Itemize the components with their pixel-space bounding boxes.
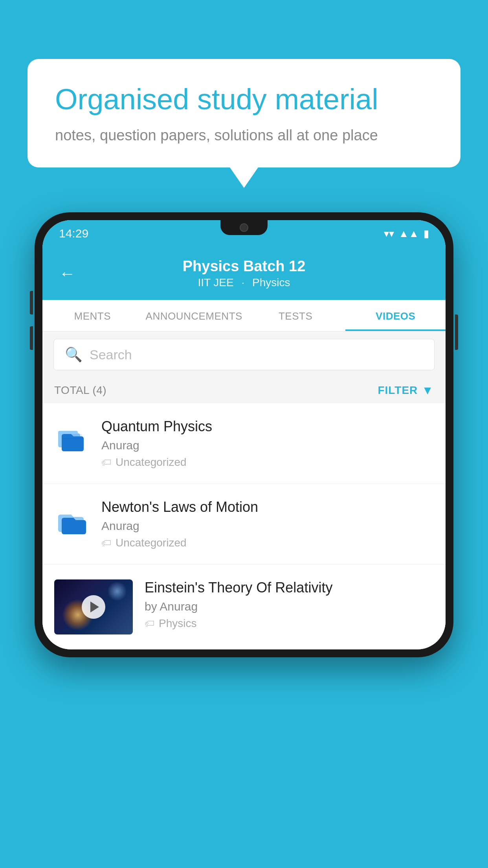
header-center: Physics Batch 12 IIT JEE · Physics bbox=[183, 258, 306, 289]
wifi-icon: ▾▾ bbox=[384, 228, 394, 240]
header-subtitle-separator: · bbox=[242, 276, 248, 289]
tag-icon-3: 🏷 bbox=[145, 618, 155, 630]
video-title-1: Quantum Physics bbox=[101, 418, 434, 435]
filter-button[interactable]: FILTER ▼ bbox=[378, 384, 434, 397]
tab-announcements[interactable]: ANNOUNCEMENTS bbox=[143, 300, 246, 331]
tag-label-3: Physics bbox=[159, 617, 196, 630]
app-header: ← Physics Batch 12 IIT JEE · Physics bbox=[42, 247, 446, 300]
power-button bbox=[455, 314, 458, 350]
tab-tests[interactable]: TESTS bbox=[246, 300, 346, 331]
tab-videos[interactable]: VIDEOS bbox=[345, 300, 446, 331]
signal-icon: ▲▲ bbox=[399, 228, 419, 240]
video-info-1: Quantum Physics Anurag 🏷 Uncategorized bbox=[101, 418, 434, 469]
video-info-3: Einstein's Theory Of Relativity by Anura… bbox=[145, 579, 434, 630]
status-icons: ▾▾ ▲▲ ▮ bbox=[384, 228, 429, 240]
phone-notch bbox=[220, 220, 268, 235]
search-icon: 🔍 bbox=[65, 346, 83, 363]
header-title: Physics Batch 12 bbox=[183, 258, 306, 275]
play-button[interactable] bbox=[82, 595, 105, 619]
search-bar-wrapper: 🔍 Search bbox=[42, 332, 446, 377]
back-button[interactable]: ← bbox=[59, 264, 75, 283]
video-author-3: by Anurag bbox=[145, 600, 434, 613]
bubble-subtitle: notes, question papers, solutions all at… bbox=[55, 127, 433, 144]
list-item[interactable]: Newton's Laws of Motion Anurag 🏷 Uncateg… bbox=[42, 484, 446, 565]
phone-frame: 14:29 ▾▾ ▲▲ ▮ ← Physics Batch 12 IIT JEE… bbox=[35, 212, 453, 657]
front-camera bbox=[240, 223, 248, 232]
tag-icon-1: 🏷 bbox=[101, 456, 112, 469]
video-thumbnail-3 bbox=[54, 579, 133, 634]
status-time: 14:29 bbox=[59, 227, 88, 240]
search-bar[interactable]: 🔍 Search bbox=[53, 339, 435, 370]
list-item[interactable]: Einstein's Theory Of Relativity by Anura… bbox=[42, 565, 446, 649]
speech-bubble: Organised study material notes, question… bbox=[28, 59, 460, 167]
folder-icon-2 bbox=[54, 499, 90, 538]
video-author-2: Anurag bbox=[101, 519, 434, 533]
header-subtitle-physics: Physics bbox=[252, 276, 290, 289]
volume-up-button bbox=[30, 291, 33, 314]
video-title-2: Newton's Laws of Motion bbox=[101, 499, 434, 515]
total-label: TOTAL (4) bbox=[54, 384, 106, 397]
battery-icon: ▮ bbox=[424, 228, 429, 240]
tabs-bar: MENTS ANNOUNCEMENTS TESTS VIDEOS bbox=[42, 300, 446, 332]
video-title-3: Einstein's Theory Of Relativity bbox=[145, 579, 434, 596]
filter-label: FILTER bbox=[378, 384, 418, 397]
total-row: TOTAL (4) FILTER ▼ bbox=[42, 377, 446, 403]
list-item[interactable]: Quantum Physics Anurag 🏷 Uncategorized bbox=[42, 403, 446, 484]
tag-label-1: Uncategorized bbox=[116, 456, 187, 469]
filter-icon: ▼ bbox=[422, 384, 434, 397]
folder-icon-1 bbox=[54, 418, 90, 458]
volume-down-button bbox=[30, 326, 33, 350]
video-info-2: Newton's Laws of Motion Anurag 🏷 Uncateg… bbox=[101, 499, 434, 549]
bubble-title: Organised study material bbox=[55, 83, 433, 116]
tab-ments[interactable]: MENTS bbox=[42, 300, 143, 331]
phone-screen: 14:29 ▾▾ ▲▲ ▮ ← Physics Batch 12 IIT JEE… bbox=[42, 220, 446, 649]
content-area: Quantum Physics Anurag 🏷 Uncategorized bbox=[42, 403, 446, 649]
search-placeholder: Search bbox=[90, 347, 132, 362]
thumb-overlay bbox=[54, 579, 133, 634]
tag-label-2: Uncategorized bbox=[116, 537, 187, 549]
header-subtitle: IIT JEE · Physics bbox=[183, 276, 306, 289]
video-tag-3: 🏷 Physics bbox=[145, 617, 434, 630]
video-tag-2: 🏷 Uncategorized bbox=[101, 537, 434, 549]
tag-icon-2: 🏷 bbox=[101, 537, 112, 549]
video-tag-1: 🏷 Uncategorized bbox=[101, 456, 434, 469]
speech-bubble-container: Organised study material notes, question… bbox=[28, 59, 460, 167]
header-subtitle-iitjee: IIT JEE bbox=[198, 276, 233, 289]
video-author-1: Anurag bbox=[101, 439, 434, 452]
phone-wrapper: 14:29 ▾▾ ▲▲ ▮ ← Physics Batch 12 IIT JEE… bbox=[35, 212, 453, 657]
play-triangle-icon bbox=[90, 601, 99, 612]
